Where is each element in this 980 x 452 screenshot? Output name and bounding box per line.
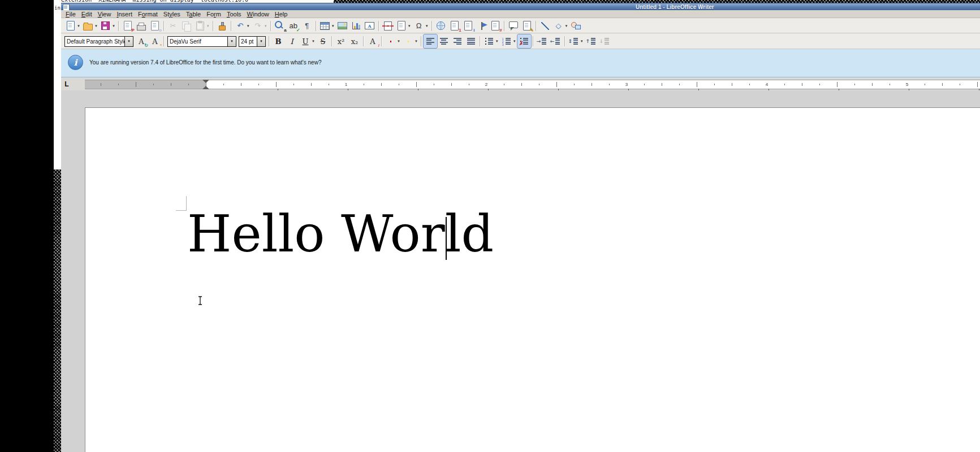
underline-button[interactable]: U▼ — [299, 34, 316, 48]
insert-field-dropdown[interactable]: ▼ — [408, 24, 411, 28]
insert-endnote-button[interactable]: i — [461, 19, 475, 33]
underline-icon: U — [300, 36, 311, 47]
save-dropdown[interactable]: ▼ — [112, 24, 115, 28]
tab-stop-type-selector[interactable]: L — [62, 80, 71, 88]
track-changes-button[interactable]: ✎ — [520, 19, 534, 33]
document-text[interactable]: Hello World — [187, 208, 494, 259]
print-preview-button[interactable]: ○ — [148, 19, 162, 33]
highlighting-color-button[interactable]: ▼ — [402, 34, 419, 48]
update-style-button[interactable]: A↻ — [135, 34, 148, 48]
justified-button[interactable] — [464, 34, 478, 48]
open-button[interactable]: ▼ — [81, 19, 99, 33]
formatting-marks-button[interactable]: ¶ — [300, 19, 314, 33]
strikethrough-button[interactable]: S — [316, 34, 330, 48]
menu-edit[interactable]: Edit — [79, 10, 95, 18]
menu-help[interactable]: Help — [272, 10, 291, 18]
insert-field-button[interactable]: ▼ — [395, 19, 412, 33]
clone-formatting-button[interactable] — [215, 19, 229, 33]
menu-tools[interactable]: Tools — [224, 10, 244, 18]
find-and-replace-button[interactable]: a — [273, 19, 287, 33]
menu-window[interactable]: Window — [244, 10, 272, 18]
insert-hyperlink-button[interactable] — [434, 19, 448, 33]
ruler-tick — [890, 84, 890, 85]
insert-image-button[interactable] — [336, 19, 349, 33]
insert-chart-button[interactable] — [349, 19, 363, 33]
insert-special-character-button[interactable]: Ω▼ — [412, 19, 430, 33]
font-color-button[interactable]: ▼ — [384, 34, 402, 48]
spelling-button[interactable]: ab✓ — [287, 19, 300, 33]
menu-file[interactable]: File — [63, 10, 79, 18]
ruler-tick — [819, 84, 820, 85]
font-name-value[interactable]: DejaVu Serif — [168, 38, 227, 45]
font-color-dropdown[interactable]: ▼ — [397, 40, 400, 43]
decrease-indent-button[interactable]: ← — [549, 34, 563, 48]
redo-dropdown[interactable]: ▼ — [264, 24, 267, 28]
undo-button[interactable]: ↶▼ — [234, 19, 251, 33]
font-size-dropdown[interactable]: ▼ — [257, 37, 265, 46]
align-left-button[interactable] — [424, 34, 437, 48]
no-list-button[interactable] — [517, 34, 531, 48]
title-bar[interactable]: Untitled 1 - LibreOffice Writer — [61, 3, 980, 10]
ordered-list-dropdown[interactable]: ▼ — [513, 40, 516, 43]
paragraph-style-combo[interactable]: Default Paragraph Style▼ — [64, 36, 133, 47]
new-document-dropdown[interactable]: ▼ — [77, 24, 80, 28]
insert-table-dropdown[interactable]: ▼ — [331, 24, 335, 28]
save-button[interactable]: ▼ — [99, 19, 116, 33]
insert-special-character-dropdown[interactable]: ▼ — [425, 24, 429, 28]
menu-styles[interactable]: Styles — [161, 10, 183, 18]
line-spacing-button[interactable]: ↕▼ — [567, 34, 585, 48]
menu-form[interactable]: Form — [204, 10, 224, 18]
align-right-button[interactable] — [451, 34, 464, 48]
horizontal-ruler[interactable]: 12345 — [85, 80, 980, 89]
basic-shapes-button[interactable]: ◇▼ — [552, 19, 569, 33]
insert-table-icon — [320, 20, 331, 32]
insert-line-button[interactable] — [538, 19, 552, 33]
menu-format[interactable]: Format — [135, 10, 161, 18]
increase-indent-button[interactable]: → — [536, 34, 549, 48]
insert-text-box-button[interactable] — [363, 19, 377, 33]
export-pdf-button[interactable]: P — [121, 19, 135, 33]
ruler-number: 3 — [625, 82, 628, 87]
ordered-list-button[interactable]: ▼ — [500, 34, 517, 48]
font-name-dropdown[interactable]: ▼ — [227, 37, 236, 46]
unordered-list-button[interactable]: ▼ — [482, 34, 500, 48]
basic-shapes-dropdown[interactable]: ▼ — [565, 24, 568, 28]
clear-formatting-button[interactable]: A/ — [366, 34, 379, 48]
show-draw-functions-button[interactable] — [569, 19, 583, 33]
indent-marker[interactable] — [202, 80, 210, 89]
insert-page-break-button[interactable] — [381, 19, 395, 33]
infobar-message: You are running version 7.4 of LibreOffi… — [89, 59, 321, 66]
insert-table-button[interactable]: ▼ — [318, 19, 336, 33]
open-dropdown[interactable]: ▼ — [94, 24, 98, 28]
menu-insert[interactable]: Insert — [114, 10, 135, 18]
insert-bookmark-button[interactable] — [475, 19, 489, 33]
undo-dropdown[interactable]: ▼ — [247, 24, 250, 28]
new-document-button[interactable]: ▼ — [64, 19, 81, 33]
ruler-tick — [381, 83, 382, 86]
subscript-button[interactable]: x₂ — [348, 34, 361, 48]
align-center-button[interactable] — [437, 34, 451, 48]
new-style-button[interactable]: A* — [148, 34, 162, 48]
increase-paragraph-spacing-button[interactable]: ↑ — [585, 34, 598, 48]
underline-dropdown[interactable]: ▼ — [312, 40, 315, 43]
document-page[interactable]: Hello World — [85, 107, 980, 452]
font-size-combo[interactable]: 24 pt▼ — [239, 36, 266, 47]
insert-cross-reference-button[interactable]: # — [489, 19, 502, 33]
highlighting-color-dropdown[interactable]: ▼ — [415, 40, 418, 43]
paragraph-style-dropdown[interactable]: ▼ — [124, 37, 133, 46]
menu-table[interactable]: Table — [183, 10, 204, 18]
font-size-value[interactable]: 24 pt — [239, 38, 257, 45]
insert-footnote-button[interactable]: 1 — [448, 19, 461, 33]
line-spacing-dropdown[interactable]: ▼ — [580, 40, 584, 43]
italic-button[interactable]: I — [285, 34, 299, 48]
insert-comment-button[interactable] — [507, 19, 520, 33]
insert-endnote-icon: i — [463, 20, 474, 32]
print-button[interactable] — [135, 19, 148, 33]
menu-view[interactable]: View — [95, 10, 114, 18]
paste-dropdown[interactable]: ▼ — [206, 24, 210, 28]
paragraph-style-value[interactable]: Default Paragraph Style — [65, 38, 124, 45]
font-name-combo[interactable]: DejaVu Serif▼ — [167, 36, 236, 47]
bold-button[interactable]: B — [271, 34, 285, 48]
unordered-list-dropdown[interactable]: ▼ — [495, 40, 499, 43]
superscript-button[interactable]: x² — [334, 34, 348, 48]
